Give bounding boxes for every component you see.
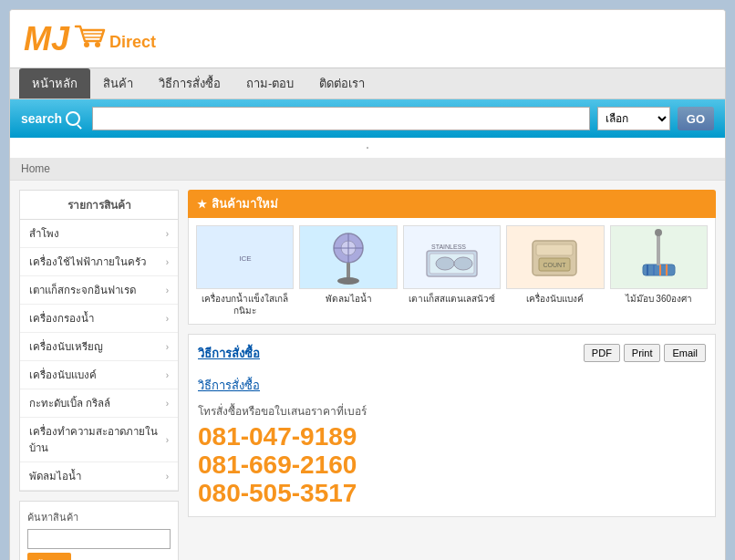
sidebar-item-6[interactable]: กะทะดับเบิ้ล กริลล์ › (20, 389, 178, 418)
pdf-button[interactable]: PDF (584, 344, 620, 362)
svg-point-17 (337, 277, 359, 285)
sidebar-item-label-1: เครื่องใช้ไฟฟ้าภายในครัว (29, 254, 146, 270)
product-img-1 (299, 225, 397, 289)
arrow-icon-1: › (166, 257, 169, 267)
nav-item-home[interactable]: หน้าหลัก (19, 68, 90, 99)
sidebar-item-8[interactable]: พัดลมไอน้ำ › (20, 462, 178, 491)
outer-wrapper: MJ Direct หน้าหลัก สินค้า (0, 0, 735, 560)
sidebar-item-label-6: กะทะดับเบิ้ล กริลล์ (29, 395, 110, 411)
phone-2: 081-669-2160 (198, 451, 706, 480)
search-go-button[interactable]: GO (678, 107, 714, 130)
sidebar-item-0[interactable]: สำโพง › (20, 220, 178, 248)
product-label-0: เครื่องบกน้ำแข็งใสเกล็กนิมะ (196, 293, 294, 316)
breadcrumb-text: Home (21, 162, 50, 175)
nav-bar: หน้าหลัก สินค้า วิธีการสั่งซื้อ ถาม-ตอบ … (10, 67, 725, 99)
phone-3: 080-505-3517 (198, 480, 706, 508)
instructions-section: วิธีการสั่งซื้อ PDF Print Email วิธีการส… (188, 334, 716, 517)
arrow-icon-7: › (166, 435, 169, 445)
sidebar-title: รายการสินค้า (19, 190, 179, 220)
content-area: รายการสินค้า สำโพง › เครื่องใช้ไฟฟ้าภายใ… (10, 181, 725, 560)
sidebar-item-label-0: สำโพง (29, 225, 59, 242)
search-select[interactable]: เลือก สินค้า บทความ (597, 107, 670, 130)
svg-text:COUNT: COUNT (543, 262, 567, 268)
svg-rect-16 (347, 263, 350, 279)
email-button[interactable]: Email (664, 344, 706, 362)
sidebar-item-5[interactable]: เครื่องนับแบงค์ › (20, 361, 178, 389)
nav-item-contact[interactable]: ติดต่อเรา (306, 68, 378, 99)
sidebar: รายการสินค้า สำโพง › เครื่องใช้ไฟฟ้าภายใ… (19, 190, 179, 560)
product-card-4[interactable]: ไม้ม๊อบ 360องศา (610, 225, 708, 316)
arrow-icon-4: › (166, 342, 169, 352)
arrow-icon-3: › (166, 314, 169, 324)
sidebar-item-2[interactable]: เตาแก็สกระจกอินฟาเรด › (20, 276, 178, 305)
svg-point-1 (95, 42, 100, 47)
arrow-icon-8: › (166, 472, 169, 482)
logo-direct-text: Direct (109, 33, 156, 52)
arrow-icon-5: › (166, 370, 169, 380)
product-label-4: ไม้ม๊อบ 360องศา (610, 293, 708, 305)
sidebar-item-label-8: พัดลมไอน้ำ (29, 468, 81, 484)
sidebar-search-button[interactable]: ค้นหา (27, 553, 71, 560)
product-img-4 (610, 225, 708, 289)
sidebar-item-4[interactable]: เครื่องนับเหรียญ › (20, 333, 178, 361)
sidebar-menu: สำโพง › เครื่องใช้ไฟฟ้าภายในครัว › เตาแก… (19, 220, 179, 492)
product-label-2: เตาแก็สสแตนเลสนัวซ์ (403, 293, 501, 305)
phone-1: 081-047-9189 (198, 423, 706, 451)
instructions-title[interactable]: วิธีการสั่งซื้อ (198, 344, 260, 363)
product-card-2[interactable]: STAINLESS เตาแก็สสแตนเลสนัวซ์ (403, 225, 501, 316)
svg-point-0 (84, 42, 89, 47)
main-container: MJ Direct หน้าหลัก สินค้า (9, 9, 726, 560)
new-products-banner: ★ สินค้ามาใหม่ (188, 190, 716, 218)
divider: · (10, 138, 725, 158)
print-button[interactable]: Print (624, 344, 661, 362)
logo-cart-icon (71, 19, 108, 58)
product-card-3[interactable]: COUNT เครื่องนับแบงค์ (506, 225, 604, 316)
search-bar: search เลือก สินค้า บทความ GO (10, 99, 725, 138)
instructions-link[interactable]: วิธีการสั่งซื้อ (198, 376, 706, 395)
logo-mj-text: MJ (24, 23, 69, 56)
svg-point-21 (454, 257, 472, 270)
nav-item-qa[interactable]: ถาม-ตอบ (233, 68, 306, 99)
sidebar-search: ค้นหาสินค้า ค้นหา ค้นหาแบบละเอียด (19, 501, 179, 560)
sidebar-search-input[interactable] (27, 529, 171, 549)
svg-rect-32 (657, 233, 660, 265)
products-grid: ICE เครื่องบกน้ำแข็งใสเกล็กนิมะ (188, 218, 716, 325)
product-img-0: ICE (196, 225, 294, 289)
sidebar-item-7[interactable]: เครื่องทำความสะอาดภายในบ้าน › (20, 418, 178, 462)
sidebar-item-label-2: เตาแก็สกระจกอินฟาเรด (29, 282, 136, 298)
product-img-3: COUNT (506, 225, 604, 289)
product-img-2: STAINLESS (403, 225, 501, 289)
product-card-0[interactable]: ICE เครื่องบกน้ำแข็งใสเกล็กนิมะ (196, 225, 294, 316)
svg-rect-24 (536, 244, 573, 255)
search-text: search (21, 111, 62, 126)
banner-label: สินค้ามาใหม่ (212, 194, 278, 213)
search-icon (66, 111, 80, 126)
phone-label: โทรสั่งซื้อหรือขอใบเสนอราคาที่เบอร์ (198, 402, 706, 420)
sidebar-item-label-3: เครื่องกรองน้ำ (29, 310, 94, 327)
nav-item-products[interactable]: สินค้า (90, 68, 146, 99)
sidebar-search-label: ค้นหาสินค้า (27, 509, 171, 525)
header: MJ Direct (10, 10, 725, 67)
main-content: ★ สินค้ามาใหม่ ICE (188, 190, 716, 560)
arrow-icon-0: › (166, 229, 169, 239)
svg-point-33 (655, 229, 662, 236)
svg-point-20 (436, 257, 454, 270)
instructions-actions: PDF Print Email (584, 344, 706, 362)
search-input[interactable] (92, 107, 590, 130)
product-card-1[interactable]: พัดลมไอน้ำ (299, 225, 397, 316)
sidebar-item-3[interactable]: เครื่องกรองน้ำ › (20, 305, 178, 333)
sidebar-item-1[interactable]: เครื่องใช้ไฟฟ้าภายในครัว › (20, 248, 178, 276)
nav-item-order[interactable]: วิธีการสั่งซื้อ (146, 68, 233, 99)
phone-section: โทรสั่งซื้อหรือขอใบเสนอราคาที่เบอร์ 081-… (198, 402, 706, 507)
sidebar-item-label-5: เครื่องนับแบงค์ (29, 367, 97, 383)
search-label: search (21, 111, 85, 126)
sidebar-item-label-4: เครื่องนับเหรียญ (29, 338, 103, 355)
product-label-1: พัดลมไอน้ำ (299, 293, 397, 305)
sidebar-item-label-7: เครื่องทำความสะอาดภายในบ้าน (29, 423, 166, 456)
arrow-icon-6: › (166, 399, 169, 409)
logo: MJ Direct (24, 19, 156, 58)
svg-text:ICE: ICE (239, 254, 251, 263)
banner-star-icon: ★ (197, 198, 207, 211)
breadcrumb: Home (10, 158, 725, 181)
svg-text:STAINLESS: STAINLESS (431, 244, 466, 250)
